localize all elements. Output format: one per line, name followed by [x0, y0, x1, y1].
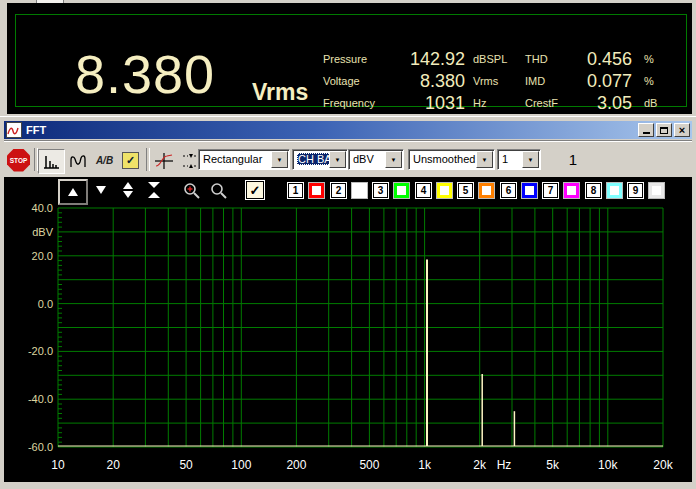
transfer-curve-button[interactable]	[151, 149, 176, 172]
svg-text:200: 200	[286, 458, 306, 472]
imd-unit: %	[632, 75, 662, 87]
ab-compare-button[interactable]: A/B	[92, 149, 117, 172]
smoothing-value: Unsmoothed	[413, 153, 475, 165]
units-combo[interactable]: dBV ▼	[348, 149, 404, 170]
frequency-value: 1031	[388, 93, 465, 114]
pressure-value: 142.92	[388, 49, 465, 70]
svg-text:20k: 20k	[653, 458, 673, 472]
thd-unit: %	[632, 53, 662, 65]
close-icon: ×	[679, 125, 685, 135]
svg-text:10: 10	[51, 458, 65, 472]
chevron-down-icon[interactable]: ▼	[522, 151, 539, 168]
svg-text:dBV: dBV	[32, 226, 53, 238]
voltage-value: 8.380	[388, 71, 465, 92]
svg-text:-60.0: -60.0	[28, 441, 53, 453]
voltage-unit: Vrms	[465, 75, 525, 87]
frequency-unit: Hz	[465, 97, 525, 109]
imd-label: IMD	[525, 75, 570, 87]
svg-text:1k: 1k	[418, 458, 432, 472]
axes-curve-icon	[154, 152, 174, 170]
main-level-unit: Vrms	[252, 79, 308, 106]
spectrum-plot-area: ✓ 123456789 40.020.00.0-20.0-40.0-60.0dB…	[4, 177, 692, 482]
thd-label: THD	[525, 53, 570, 65]
checklist-icon: ✓	[122, 152, 139, 169]
svg-text:10k: 10k	[598, 458, 618, 472]
svg-text:100: 100	[231, 458, 251, 472]
averages-combo[interactable]: 1 ▼	[497, 149, 541, 170]
svg-text:2k: 2k	[473, 458, 487, 472]
reading-row-voltage-imd: Voltage 8.380 Vrms IMD 0.077 %	[323, 70, 662, 92]
stop-sign-icon: STOP	[7, 149, 30, 172]
maximize-icon	[660, 127, 668, 134]
reading-row-pressure-thd: Pressure 142.92 dBSPL THD 0.456 %	[323, 48, 662, 70]
thd-value: 0.456	[570, 49, 632, 70]
imd-value: 0.077	[570, 71, 632, 92]
spectrum-chart: 40.020.00.0-20.0-40.0-60.0dBV10205010020…	[4, 177, 692, 482]
waveform-view-button[interactable]	[66, 149, 91, 172]
svg-text:40.0: 40.0	[32, 202, 53, 214]
level-meter-panel: 8.380 Vrms Pressure 142.92 dBSPL THD 0.4…	[7, 3, 692, 114]
window-title: FFT	[26, 124, 46, 136]
fft-toolbar: STOP A/B ✓	[4, 140, 692, 177]
stop-button[interactable]: STOP	[5, 147, 32, 173]
ab-icon: A/B	[96, 155, 113, 166]
smoothing-combo[interactable]: Unsmoothed ▼	[408, 149, 495, 170]
crest-label: CrestF	[525, 97, 570, 109]
minimize-button[interactable]	[638, 123, 654, 137]
y-axis-labels: 40.020.00.0-20.0-40.0-60.0dBV	[28, 202, 54, 453]
svg-text:20: 20	[107, 458, 121, 472]
reading-row-frequency-crest: Frequency 1031 Hz CrestF 3.05 dB	[323, 92, 662, 114]
window-function-value: Rectangular	[203, 153, 262, 165]
chevron-down-icon[interactable]: ▼	[385, 151, 402, 168]
svg-text:20.0: 20.0	[32, 250, 53, 262]
spectrum-bars-icon	[43, 154, 60, 170]
fft-titlebar[interactable]: FFT ×	[4, 121, 692, 139]
svg-text:500: 500	[359, 458, 379, 472]
measurement-readings: Pressure 142.92 dBSPL THD 0.456 % Voltag…	[323, 48, 662, 114]
spectrum-view-button[interactable]	[38, 149, 65, 174]
x-axis-labels: 1020501002005001k2k5k10k20kHz	[51, 458, 673, 472]
toolbar-separator	[146, 148, 150, 171]
svg-text:-40.0: -40.0	[28, 393, 53, 405]
fft-window: FFT × STOP A/B	[0, 116, 696, 489]
average-count-display: 1	[545, 149, 601, 170]
pressure-label: Pressure	[323, 53, 388, 65]
minimize-icon	[643, 132, 650, 134]
fft-window-icon	[6, 122, 22, 138]
crest-value: 3.05	[570, 93, 632, 114]
maximize-button[interactable]	[656, 123, 672, 137]
pressure-unit: dBSPL	[465, 53, 525, 65]
chevron-down-icon[interactable]: ▼	[271, 151, 288, 168]
grid	[58, 208, 663, 447]
window-function-combo[interactable]: Rectangular ▼	[198, 149, 290, 170]
svg-text:5k: 5k	[546, 458, 560, 472]
svg-text:Hz: Hz	[497, 458, 512, 472]
units-value: dBV	[353, 153, 374, 165]
waveform-icon	[70, 153, 88, 169]
main-level-readout: 8.380	[45, 43, 245, 105]
svg-text:0.0: 0.0	[38, 298, 53, 310]
voltage-label: Voltage	[323, 75, 388, 87]
crest-unit: dB	[632, 97, 662, 109]
averages-value: 1	[502, 153, 508, 165]
close-button[interactable]: ×	[674, 123, 690, 137]
channel-select-combo[interactable]: CH BAL ▼	[292, 149, 348, 170]
svg-text:-20.0: -20.0	[28, 345, 53, 357]
spectrum-trace	[58, 259, 663, 446]
svg-text:50: 50	[179, 458, 193, 472]
measurement-list-button[interactable]: ✓	[118, 149, 143, 172]
frequency-label: Frequency	[323, 97, 388, 109]
chevron-down-icon[interactable]: ▼	[476, 151, 493, 168]
chevron-down-icon[interactable]: ▼	[329, 151, 346, 168]
